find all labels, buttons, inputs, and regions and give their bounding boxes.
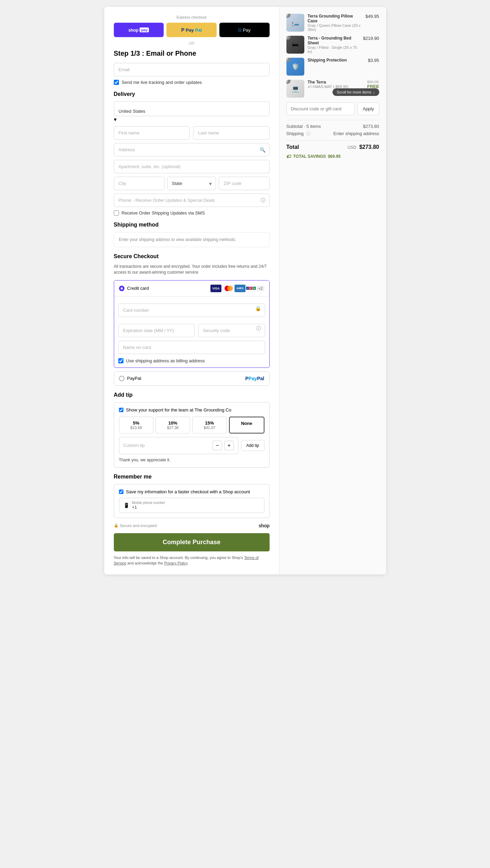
tip-checkbox-row: Show your support for the team at The Gr…: [119, 407, 264, 413]
security-code-input[interactable]: [198, 324, 265, 337]
pay-badge: pay: [140, 28, 149, 32]
mobile-phone-row[interactable]: 📱 Mobile phone number +1: [119, 498, 264, 513]
subtotal-label: Subtotal · 5 items: [286, 124, 321, 129]
jcb-c: C: [249, 287, 252, 290]
item-4-image: 💻 1: [286, 80, 304, 98]
first-name-input[interactable]: [114, 126, 190, 140]
zip-input[interactable]: [219, 177, 269, 190]
item-2-badge: 2: [286, 36, 291, 40]
item-3-image: 🛡️ 1: [286, 58, 304, 76]
item-2-image: 🛏 2: [286, 36, 304, 54]
item-3-price: $3.95: [368, 58, 379, 63]
item-1-price: $49.95: [366, 14, 379, 19]
paypal-label: Pay: [186, 28, 194, 33]
paypal-payment-option[interactable]: PayPal PPayPal: [114, 371, 270, 386]
phone-info-icon[interactable]: ⓘ: [261, 197, 265, 204]
tip-5-button[interactable]: 5% $13.69: [119, 417, 154, 433]
state-select[interactable]: State: [167, 177, 216, 190]
secure-checkout-heading: Secure Checkout: [114, 253, 270, 260]
jcb-j: J: [246, 287, 249, 290]
billing-address-checkbox[interactable]: [118, 358, 123, 363]
credit-card-radio: [119, 286, 124, 291]
down-arrow-icon: ↓: [373, 90, 375, 94]
privacy-link[interactable]: Privacy Policy: [164, 561, 187, 565]
credit-card-header[interactable]: Credit card VISA AMEX: [114, 281, 269, 296]
address-input[interactable]: [114, 143, 270, 156]
mobile-phone-label: Mobile phone number: [132, 501, 165, 505]
total-currency: USD: [348, 145, 356, 150]
paypal-brand-logo: PPayPal: [245, 376, 264, 381]
mobile-phone-icon: 📱: [123, 503, 129, 508]
tip-decrement-button[interactable]: −: [213, 441, 222, 450]
paypal-paypal: Pay: [249, 376, 257, 381]
shipping-info-icon[interactable]: ⓘ: [306, 131, 311, 136]
apply-discount-button[interactable]: Apply: [358, 102, 379, 115]
item-4-old-price: $69.95: [367, 80, 379, 84]
gpay-button[interactable]: G Pay: [219, 23, 270, 37]
tip-section: Show your support for the team at The Gr…: [114, 402, 270, 468]
tip-stepper: − +: [213, 441, 234, 450]
tip-none-button[interactable]: None: [229, 417, 264, 433]
shipping-label: Shipping: [286, 131, 304, 136]
country-wrapper: Country/Region ▾: [114, 101, 270, 123]
tracking-checkbox[interactable]: [114, 80, 119, 85]
mastercard-logo: [223, 285, 233, 292]
phone-input[interactable]: [114, 194, 270, 207]
tip-buttons: 5% $13.69 10% $27.38 15% $41.07 None: [119, 417, 264, 433]
tip-15-button[interactable]: 15% $41.07: [192, 417, 227, 433]
item-2-name: Terra - Grounding Bed Sheet: [308, 36, 360, 45]
scroll-badge-text: Scroll for more items: [337, 90, 371, 94]
remember-checkbox-row: Save my information for a faster checkou…: [119, 489, 264, 494]
lock-icon: 🔒: [255, 306, 261, 311]
billing-address-label: Use shipping address as billing address: [126, 358, 205, 363]
expiry-input[interactable]: [118, 324, 195, 337]
lock-small-icon: 🔒: [114, 523, 119, 528]
apt-input[interactable]: [114, 160, 270, 173]
mobile-phone-prefix: +1: [132, 505, 165, 510]
item-3-info: Shipping Protection: [308, 58, 364, 63]
add-tip-button[interactable]: Add tip: [241, 440, 264, 451]
item-1-info: Terra Grounding Pillow Case Gray / Queen…: [308, 14, 362, 32]
last-name-input[interactable]: [193, 126, 270, 140]
tip-increment-button[interactable]: +: [224, 441, 234, 450]
sms-checkbox[interactable]: [114, 210, 119, 216]
summary-divider-1: [286, 120, 379, 120]
paypal-p: P: [245, 376, 248, 381]
item-1-image: 🛏️ 1: [286, 14, 304, 32]
security-info-icon[interactable]: ⓘ: [256, 326, 261, 332]
subtotal-row: Subtotal · 5 items $273.80: [286, 124, 379, 129]
scroll-badge[interactable]: Scroll for more items ↓: [333, 88, 379, 96]
tip-support-label: Show your support for the team at The Gr…: [126, 407, 231, 413]
remember-section: Save my information for a faster checkou…: [114, 484, 270, 518]
shop-brand-label: shop: [259, 523, 269, 528]
name-on-card-input[interactable]: [118, 341, 265, 354]
tip-10-button[interactable]: 10% $27.38: [155, 417, 190, 433]
complete-purchase-button[interactable]: Complete Purchase: [114, 533, 270, 551]
savings-row: 🏷 TOTAL SAVINGS $69.95: [286, 154, 379, 159]
summary-divider-2: [286, 140, 379, 141]
tracking-checkbox-row: Send me live tracking and order updates: [114, 80, 270, 85]
tip-support-checkbox[interactable]: [119, 408, 123, 412]
shop-pay-icon: shop: [128, 28, 138, 33]
visa-logo: VISA: [210, 285, 221, 292]
paypal-pal: Pal: [195, 28, 202, 33]
item-1-badge: 1: [286, 14, 291, 18]
paypal-express-button[interactable]: P PayPal: [166, 23, 217, 37]
save-info-checkbox[interactable]: [119, 490, 123, 494]
discount-row: Apply: [286, 102, 379, 115]
phone-wrapper: ⓘ: [114, 194, 270, 207]
period: .: [187, 561, 188, 565]
item-3-badge: 1: [286, 58, 291, 62]
jcb-b: B: [253, 287, 256, 290]
mc-right-circle: [227, 286, 233, 291]
shop-pay-button[interactable]: shop pay: [114, 23, 164, 37]
shipping-value: Enter shipping address: [334, 131, 379, 137]
item-4-prices: $69.95 FREE: [367, 80, 379, 89]
card-number-input[interactable]: [118, 304, 265, 317]
country-input[interactable]: [114, 101, 270, 116]
discount-input[interactable]: [286, 102, 355, 115]
email-input[interactable]: [114, 63, 270, 76]
item-4-info: The Terra 🏷 XMAS-MAT (-$69.95): [308, 80, 364, 89]
delivery-heading: Delivery: [114, 91, 270, 97]
city-input[interactable]: [114, 177, 164, 190]
